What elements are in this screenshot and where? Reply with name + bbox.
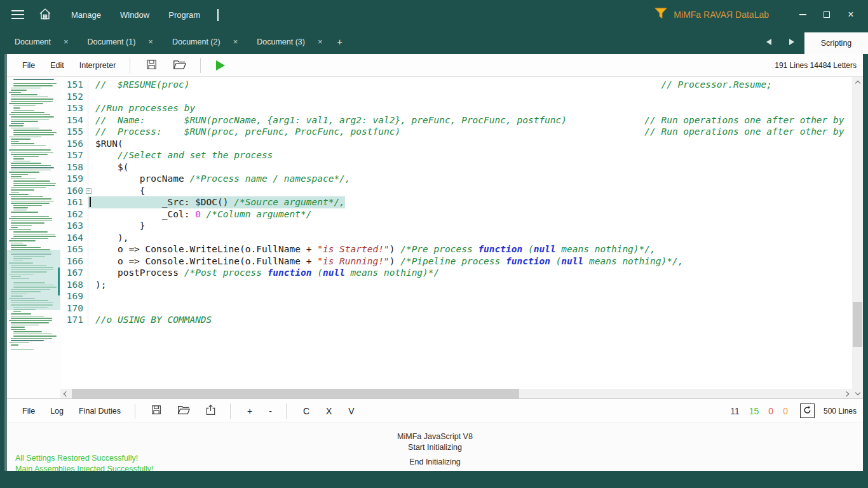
output-menu-final-duties[interactable]: Final Duties xyxy=(79,407,121,416)
close-button[interactable]: × xyxy=(839,5,863,24)
horizontal-scrollbar[interactable] xyxy=(60,389,852,398)
code-line[interactable]: 157 //Select and set the process xyxy=(60,149,863,161)
code-editor[interactable]: 151// $RESUME(proc)// Processor.Resume;1… xyxy=(60,77,863,398)
code-line[interactable]: 154// Name: $RUN(procName, {arg1: val1, … xyxy=(60,114,863,126)
code-line[interactable]: 169 xyxy=(60,290,863,302)
tab-document-1[interactable]: Document (1)× xyxy=(78,29,163,54)
code-segments: o => Console.WriteLine(o.FullName + "is … xyxy=(95,243,656,255)
editor-menu-interpreter[interactable]: Interpreter xyxy=(79,61,116,70)
refresh-button[interactable] xyxy=(800,403,815,418)
code-line[interactable]: 152 xyxy=(60,91,863,103)
titlebar-right: MiMFa RAVAЯ DataLab × xyxy=(654,5,868,24)
tab-close-icon[interactable]: × xyxy=(64,37,69,46)
minimize-button[interactable] xyxy=(790,5,815,24)
scroll-left-icon[interactable] xyxy=(60,389,71,398)
horizontal-scroll-thumb[interactable] xyxy=(72,389,519,398)
line-number: 151 xyxy=(60,79,88,91)
code-text: postProcess /*Post process function (nul… xyxy=(88,267,863,279)
code-text: // $RESUME(proc)// Processor.Resume; xyxy=(88,79,863,91)
tab-close-icon[interactable]: × xyxy=(148,37,153,46)
tab-scripting[interactable]: Scripting xyxy=(804,32,868,54)
new-tab-button[interactable]: + xyxy=(337,37,342,47)
code-segments: //Select and set the process xyxy=(95,149,273,161)
editor-menu-file[interactable]: File xyxy=(22,61,35,70)
code-line[interactable]: 166 o => Console.WriteLine(o.FullName + … xyxy=(60,255,863,268)
code-line[interactable]: 171//o USING BY COMMANDS xyxy=(60,314,863,326)
code-line[interactable]: 163 } xyxy=(60,220,863,232)
vertical-scroll-thumb[interactable] xyxy=(853,302,862,347)
message-counters: 111500 xyxy=(730,406,797,416)
code-line[interactable]: 156$RUN( xyxy=(60,138,863,150)
code-line[interactable]: 160 { xyxy=(60,185,863,197)
scroll-up-icon[interactable] xyxy=(852,77,863,87)
code-line[interactable]: 162 _Col: 0 /*Column argument*/ xyxy=(60,208,863,220)
output-open-button[interactable] xyxy=(177,405,190,417)
tab-close-icon[interactable]: × xyxy=(233,37,238,46)
output-menu-log[interactable]: Log xyxy=(50,407,64,416)
output-save-button[interactable] xyxy=(151,404,162,417)
vertical-scrollbar[interactable] xyxy=(852,77,863,398)
console-output[interactable]: MiMFa JavaScript V8Start Initializing Al… xyxy=(7,423,863,471)
code-line[interactable]: 153//Run processes by xyxy=(60,102,863,114)
tab-scroll-right-icon[interactable] xyxy=(789,39,794,45)
code-line[interactable]: 151// $RESUME(proc)// Processor.Resume; xyxy=(60,79,863,91)
line-number: 167 xyxy=(60,267,88,279)
document-tabs: Document×Document (1)×Document (2)×Docum… xyxy=(5,29,342,54)
menu-manage[interactable]: Manage xyxy=(71,10,101,20)
app-window: ManageWindowProgram MiMFa RAVAЯ DataLab … xyxy=(0,0,868,488)
folder-icon xyxy=(177,405,190,417)
output-menu-file[interactable]: File xyxy=(22,407,35,416)
code-segments: postProcess /*Post process function (nul… xyxy=(95,267,439,279)
counter: 0 xyxy=(783,406,788,416)
code-text: } xyxy=(88,220,863,232)
code-line[interactable]: 165 o => Console.WriteLine(o.FullName + … xyxy=(60,243,863,255)
hamburger-menu-icon[interactable] xyxy=(11,10,24,19)
code-line[interactable]: 168); xyxy=(60,279,863,291)
trailing-comment: // Run operations one after other by xyxy=(644,114,844,126)
tab-document-2[interactable]: Document (2)× xyxy=(163,29,247,54)
line-number: 152 xyxy=(60,91,88,103)
minimap[interactable] xyxy=(7,77,60,398)
code-segments: // Name: $RUN(procName, {arg1: val1, arg… xyxy=(95,114,567,126)
copy-button[interactable]: C xyxy=(303,406,309,416)
horizontal-scroll-track[interactable] xyxy=(71,389,842,398)
code-line[interactable]: 159 procName /*Process name / namespace*… xyxy=(60,173,863,185)
code-line[interactable]: 158 $( xyxy=(60,161,863,173)
code-text xyxy=(88,290,863,302)
line-number: 168 xyxy=(60,279,88,291)
run-button[interactable] xyxy=(216,60,225,71)
save-button[interactable] xyxy=(146,58,158,72)
home-button[interactable] xyxy=(38,7,52,23)
cut-button[interactable]: X xyxy=(326,406,332,416)
code-line[interactable]: 170 xyxy=(60,302,863,315)
line-number: 164 xyxy=(60,232,88,244)
export-button[interactable] xyxy=(205,404,216,417)
scroll-down-icon[interactable] xyxy=(852,388,863,398)
code-line[interactable]: 161 _Src: $DOC() /*Source argument*/, xyxy=(60,196,863,208)
maximize-button[interactable] xyxy=(815,5,839,24)
code-line[interactable]: 164 ), xyxy=(60,232,863,244)
scroll-right-icon[interactable] xyxy=(842,389,852,398)
tab-document-3[interactable]: Document (3)× xyxy=(247,29,332,54)
tab-scroll-left-icon[interactable] xyxy=(766,39,771,45)
line-number: 160 xyxy=(60,185,88,197)
menu-program[interactable]: Program xyxy=(168,10,200,20)
console-center-messages: MiMFa JavaScript V8Start Initializing xyxy=(7,431,863,453)
tab-document[interactable]: Document× xyxy=(5,29,78,54)
code-segments: _Col: 0 /*Column argument*/ xyxy=(95,208,311,220)
code-line[interactable]: 155// Process: $RUN(proc, preFunc, ProcF… xyxy=(60,126,863,138)
code-area[interactable]: 151// $RESUME(proc)// Processor.Resume;1… xyxy=(60,77,863,389)
zoom-out-button[interactable]: - xyxy=(269,406,272,416)
code-text: // Process: $RUN(proc, preFunc, ProcFunc… xyxy=(88,126,863,138)
code-text: ); xyxy=(88,279,863,291)
tab-close-icon[interactable]: × xyxy=(318,37,323,46)
open-file-button[interactable] xyxy=(173,59,186,72)
editor-menu-edit[interactable]: Edit xyxy=(50,61,64,70)
code-line[interactable]: 167 postProcess /*Post process function … xyxy=(60,267,863,279)
paste-button[interactable]: V xyxy=(348,406,354,416)
minimap-viewport[interactable] xyxy=(7,250,60,310)
line-number: 163 xyxy=(60,220,88,232)
zoom-in-button[interactable]: + xyxy=(247,406,252,416)
code-segments: { xyxy=(95,185,146,197)
menu-window[interactable]: Window xyxy=(120,10,149,20)
